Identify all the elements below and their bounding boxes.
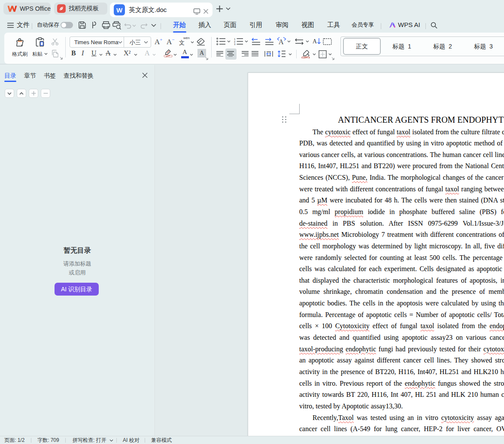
svg-text:A: A: [279, 38, 284, 45]
svg-text:3: 3: [234, 43, 236, 45]
svg-text:A: A: [313, 38, 317, 45]
svg-text:W: W: [116, 6, 123, 14]
